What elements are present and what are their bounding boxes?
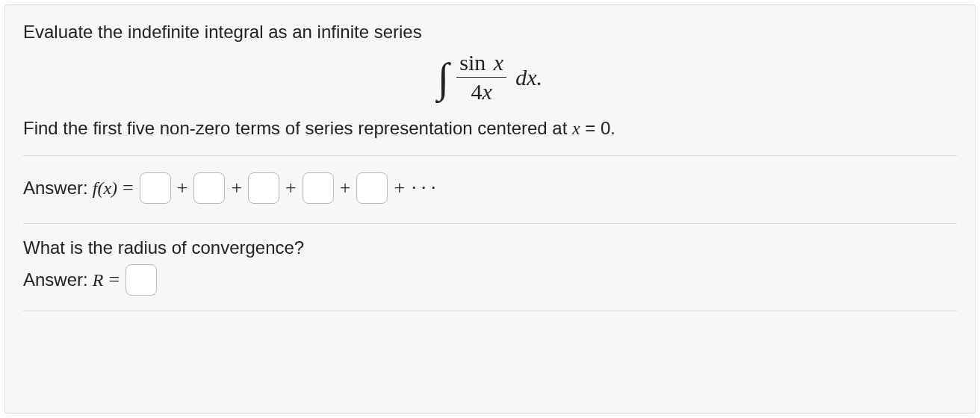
sub-prompt-prefix: Find the first five non-zero terms of se… [23,118,572,138]
plus-sign: + [340,177,351,199]
fx-expression: f(x) [93,178,117,199]
series-answer-row: Answer: f(x) = + + + + + · · · [23,156,957,223]
sub-prompt-eq: = 0. [580,118,615,138]
sub-prompt-var: x [572,119,580,138]
term-2-input[interactable] [193,172,225,204]
radius-input[interactable] [125,264,157,296]
answer-label: Answer: [23,178,88,199]
integral-expression: ∫ sin x 4x dx. [23,50,957,104]
equals-sign: = [108,269,120,291]
radius-answer-label: Answer: [23,269,88,290]
prompt-text: Evaluate the indefinite integral as an i… [23,22,957,43]
radius-question: What is the radius of convergence? [23,237,957,258]
sub-prompt: Find the first five non-zero terms of se… [23,118,957,139]
term-4-input[interactable] [303,172,334,204]
radius-answer-row: Answer: R = [23,264,957,296]
denom-var: x [483,79,492,104]
plus-sign: + [231,177,242,199]
denom-coeff: 4 [471,79,483,104]
radius-var: R [93,270,104,290]
plus-sign: + [285,177,297,199]
func-name: f [93,178,98,198]
fraction: sin x 4x [453,50,509,104]
func-var: x [103,178,111,198]
term-1-input[interactable] [140,172,171,204]
differential: dx. [515,65,542,90]
question-panel: Evaluate the indefinite integral as an i… [4,4,976,414]
ellipsis: · · · [412,177,436,199]
term-3-input[interactable] [248,172,279,204]
radius-section: What is the radius of convergence? Answe… [23,224,957,311]
equals-sign: = [122,177,134,199]
term-5-input[interactable] [356,172,388,204]
plus-sign: + [177,177,188,199]
divider [23,311,957,311]
numerator-var: x [491,50,503,75]
plus-sign: + [394,177,405,199]
integral-sign-icon: ∫ [438,57,449,99]
numerator-fn: sin [459,50,486,75]
